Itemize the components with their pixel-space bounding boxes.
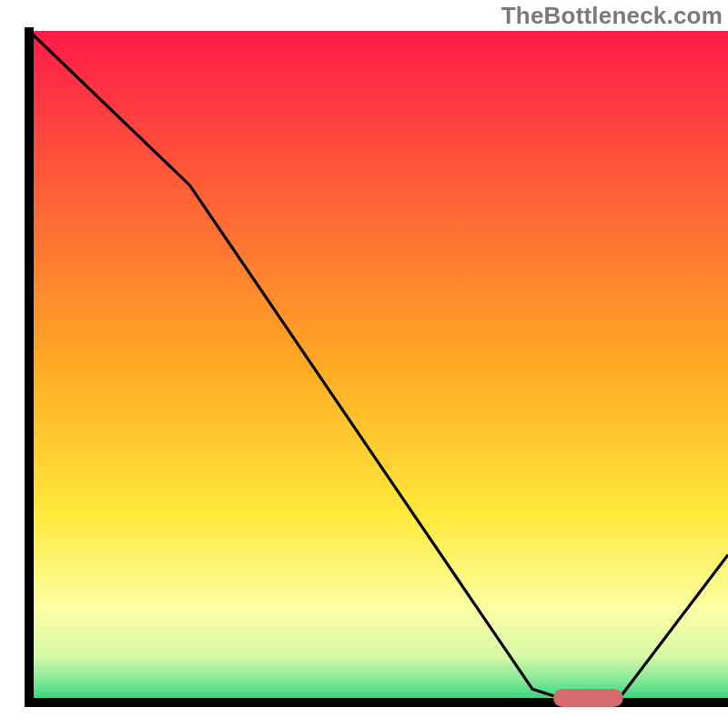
watermark-text: TheBottleneck.com [501,2,723,30]
bottleneck-chart [0,0,728,728]
optimal-range-marker [553,689,623,707]
chart-stage: TheBottleneck.com [0,0,728,728]
